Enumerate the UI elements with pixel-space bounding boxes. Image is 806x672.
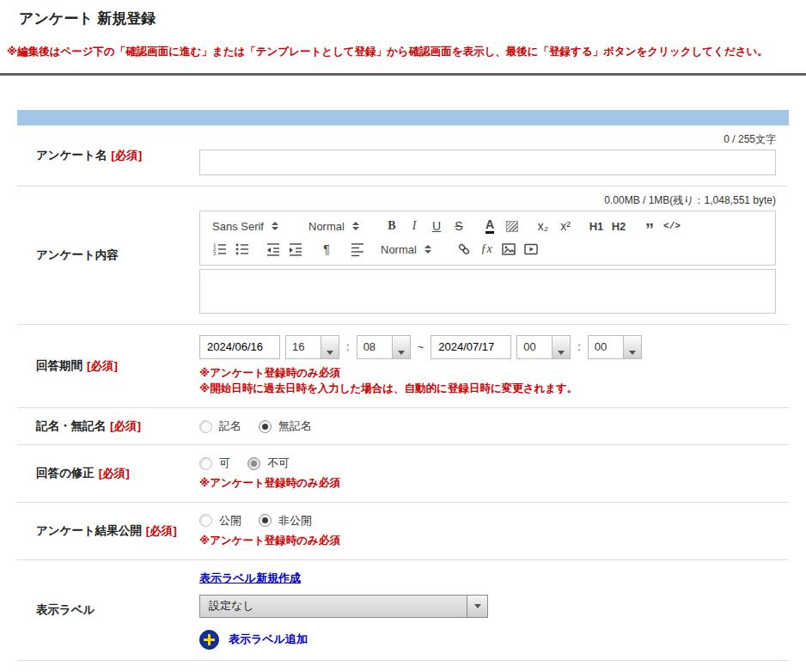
- chevron-down-icon[interactable]: [623, 336, 641, 358]
- code-block-icon[interactable]: </>: [661, 216, 683, 236]
- updown-arrows-icon: [352, 222, 359, 230]
- answer-period-label: 回答期間: [36, 359, 82, 372]
- indent-icon[interactable]: [284, 239, 307, 260]
- modify-note: ※アンケート登録時のみ必須: [199, 475, 776, 492]
- plus-icon: [199, 630, 219, 650]
- period-note-1: ※アンケート登録時のみ必須: [199, 365, 776, 382]
- survey-name-label: アンケート名: [36, 149, 107, 162]
- anonymous-label-cell: 記名・無記名[必須]: [17, 408, 199, 444]
- display-label-label-cell: 表示ラベル: [17, 560, 199, 660]
- start-date-input[interactable]: [199, 335, 280, 359]
- survey-content-row: アンケート内容 0.00MB / 1MB(残り：1,048,551 byte) …: [17, 186, 789, 325]
- radio-icon: [199, 514, 212, 527]
- survey-name-label-cell: アンケート名[必須]: [17, 125, 199, 186]
- underline-icon[interactable]: U: [425, 216, 448, 236]
- required-badge: [必須]: [87, 359, 118, 372]
- font-family-select[interactable]: Sans Serif: [209, 220, 291, 233]
- radio-modify-allowed[interactable]: 可: [199, 455, 230, 471]
- page-header: アンケート 新規登録 ※編集後はページ下の「確認画面に進む」または「テンプレート…: [0, 0, 806, 76]
- end-minute-select[interactable]: 00: [588, 335, 642, 359]
- radio-icon: [199, 420, 212, 433]
- chevron-down-icon[interactable]: [552, 336, 570, 358]
- page-title: アンケート 新規登録: [19, 9, 806, 28]
- survey-name-row: アンケート名[必須] 0 / 255文字: [17, 125, 789, 186]
- radio-icon: [199, 457, 212, 470]
- display-label-row: 表示ラベル 表示ラベル新規作成 設定なし 表示ラベル追加: [17, 560, 789, 661]
- italic-icon[interactable]: I: [403, 216, 425, 236]
- form-header-bar: [17, 110, 789, 125]
- image-icon[interactable]: [498, 239, 520, 260]
- time-separator: :: [345, 340, 351, 353]
- survey-form: アンケート名[必須] 0 / 255文字 アンケート内容 0.00MB / 1M…: [17, 110, 789, 672]
- range-separator: ~: [416, 340, 426, 353]
- outdent-icon[interactable]: [262, 239, 284, 260]
- modify-row: 回答の修正[必須] 可 不可 ※アンケート登録時のみ必須: [17, 445, 789, 503]
- radio-icon: [259, 514, 272, 527]
- survey-name-input[interactable]: [199, 150, 776, 175]
- updown-arrows-icon: [272, 222, 278, 230]
- link-icon[interactable]: [453, 239, 475, 260]
- target-label-cell: 対象[必須]: [17, 661, 199, 672]
- period-note-2: ※開始日時に過去日時を入力した場合は、自動的に登録日時に変更されます。: [199, 381, 776, 397]
- add-display-label-button[interactable]: 表示ラベル追加: [199, 630, 776, 650]
- display-label-select[interactable]: 設定なし: [199, 595, 488, 618]
- radio-anonymous[interactable]: 無記名: [259, 418, 312, 434]
- header-divider: [0, 73, 806, 76]
- rich-text-editor[interactable]: [199, 269, 776, 314]
- subscript-icon[interactable]: x₂: [532, 216, 554, 236]
- updown-arrows-icon: [424, 245, 431, 254]
- radio-private[interactable]: 非公開: [259, 513, 312, 528]
- video-icon[interactable]: [520, 239, 542, 260]
- publish-label-cell: アンケート結果公開[必須]: [17, 503, 199, 559]
- radio-icon: [247, 457, 260, 470]
- radio-icon: [259, 420, 272, 433]
- end-date-input[interactable]: [430, 335, 511, 359]
- ordered-list-icon[interactable]: 123: [209, 239, 231, 260]
- answer-period-label-cell: 回答期間[必須]: [17, 325, 199, 408]
- char-counter: 0 / 255文字: [199, 132, 776, 147]
- chevron-down-icon[interactable]: [392, 336, 410, 358]
- svg-text:3: 3: [213, 251, 217, 256]
- create-display-label-link[interactable]: 表示ラベル新規作成: [199, 571, 301, 586]
- survey-content-label-cell: アンケート内容: [17, 186, 199, 324]
- blockquote-icon[interactable]: ”: [638, 216, 661, 236]
- font-size-select[interactable]: Normal: [305, 220, 367, 233]
- survey-content-label: アンケート内容: [36, 248, 119, 261]
- formula-icon[interactable]: ƒx: [475, 239, 498, 260]
- publish-row: アンケート結果公開[必須] 公開 非公開 ※アンケート登録時のみ必須: [17, 503, 789, 560]
- size-counter: 0.00MB / 1MB(残り：1,048,551 byte): [199, 193, 776, 208]
- radio-public[interactable]: 公開: [199, 513, 241, 528]
- align-select-icon[interactable]: [346, 239, 369, 260]
- required-badge: [必須]: [146, 524, 177, 537]
- required-badge: [必須]: [111, 149, 142, 162]
- end-hour-select[interactable]: 00: [516, 335, 571, 359]
- editor-toolbar: Sans Serif Normal B I U S A x₂: [199, 211, 776, 266]
- strikethrough-icon[interactable]: S: [448, 216, 470, 236]
- chevron-down-icon[interactable]: [321, 336, 339, 358]
- required-badge: [必須]: [110, 419, 141, 432]
- bullet-list-icon[interactable]: [231, 239, 253, 260]
- modify-label-cell: 回答の修正[必須]: [17, 445, 199, 502]
- target-row: 対象[必須] すべての履修者 ユーザグループを選択 履修者を選択: [17, 661, 789, 672]
- publish-label: アンケート結果公開: [36, 524, 142, 537]
- publish-note: ※アンケート登録時のみ必須: [199, 533, 776, 549]
- time-separator: :: [576, 340, 583, 353]
- header2-icon[interactable]: H2: [608, 216, 630, 236]
- radio-modify-not-allowed[interactable]: 不可: [247, 455, 290, 471]
- line-style-select[interactable]: Normal: [377, 243, 439, 256]
- anonymous-row: 記名・無記名[必須] 記名 無記名: [17, 408, 789, 445]
- bold-icon[interactable]: B: [381, 216, 403, 236]
- chevron-down-icon[interactable]: [467, 596, 487, 617]
- text-color-icon[interactable]: A: [479, 216, 501, 236]
- superscript-icon[interactable]: x²: [554, 216, 577, 236]
- radio-named[interactable]: 記名: [199, 418, 241, 434]
- start-hour-select[interactable]: 16: [285, 335, 339, 359]
- edit-warning-text: ※編集後はページ下の「確認画面に進む」または「テンプレートとして登録」から確認画…: [7, 45, 799, 60]
- modify-label: 回答の修正: [36, 467, 95, 480]
- text-direction-icon[interactable]: ¶: [315, 239, 338, 260]
- answer-period-row: 回答期間[必須] 16 : 08 ~: [17, 325, 789, 409]
- display-label-label: 表示ラベル: [36, 603, 95, 616]
- highlight-color-icon[interactable]: [501, 216, 523, 236]
- header1-icon[interactable]: H1: [585, 216, 608, 236]
- start-minute-select[interactable]: 08: [357, 335, 411, 359]
